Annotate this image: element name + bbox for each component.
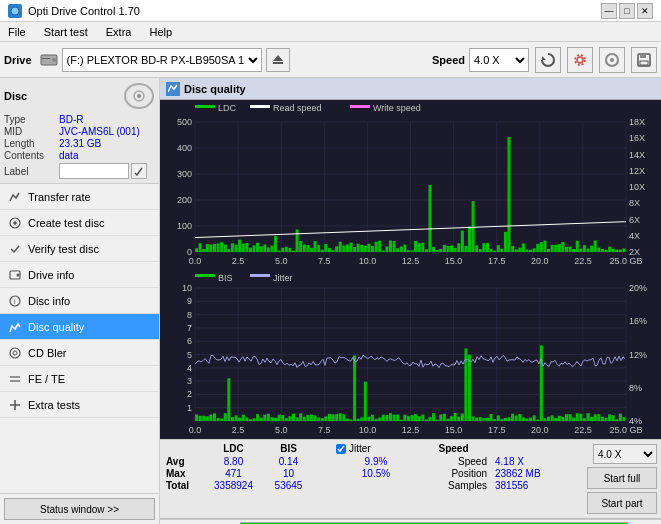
stat-jitter-avg: 9.9%: [336, 456, 416, 467]
settings-button[interactable]: [567, 47, 593, 73]
sidebar-item-verify-test-disc[interactable]: Verify test disc: [0, 236, 159, 262]
stat-samples-val: 381556: [491, 480, 571, 491]
disc-length-row: Length 23.31 GB: [4, 138, 155, 149]
speed-label: Speed: [432, 54, 465, 66]
samples-label: Samples: [416, 480, 491, 491]
sidebar-item-transfer-rate[interactable]: Transfer rate: [0, 184, 159, 210]
toolbar: Drive (F:) PLEXTOR BD-R PX-LB950SA 1.06 …: [0, 42, 661, 78]
transfer-rate-icon: [8, 190, 22, 204]
speed-select[interactable]: 4.0 X: [469, 48, 529, 72]
save-button[interactable]: [631, 47, 657, 73]
create-disc-icon: [8, 216, 22, 230]
disc-length-val: 23.31 GB: [59, 138, 101, 149]
sidebar-item-cd-bler[interactable]: CD Bler: [0, 340, 159, 366]
svg-point-0: [11, 7, 19, 15]
svg-point-2: [52, 58, 56, 62]
svg-text:i: i: [14, 298, 16, 305]
verify-icon: [8, 242, 22, 256]
title-bar-controls[interactable]: — □ ✕: [601, 3, 653, 19]
disc-panel: Disc Type BD-R MID JVC-AMS6L (001) Lengt…: [0, 78, 159, 184]
empty-cell2: [316, 468, 336, 479]
sidebar-item-disc-info[interactable]: i Disc info: [0, 288, 159, 314]
stat-position-val: 23862 MB: [491, 468, 571, 479]
gear-icon: [572, 52, 588, 68]
stats-table: LDC BIS Jitter Speed Avg 8.80 0.14: [160, 440, 583, 518]
empty-jitter-total: [336, 480, 416, 491]
svg-rect-5: [273, 62, 283, 64]
eject-button[interactable]: [266, 48, 290, 72]
save-icon: [636, 52, 652, 68]
bottom-status-bar: Tests completed 33:12: [160, 519, 661, 524]
svg-point-10: [610, 58, 614, 62]
disc-header: Disc: [4, 82, 155, 110]
app-title: Opti Drive Control 1.70: [28, 5, 140, 17]
edit-icon: [134, 166, 144, 176]
stat-ldc-avg: 8.80: [206, 456, 261, 467]
menu-help[interactable]: Help: [145, 25, 176, 39]
disc-label-input[interactable]: [59, 163, 129, 179]
sidebar-item-create-test-disc[interactable]: Create test disc: [0, 210, 159, 236]
fe-te-icon: [8, 372, 22, 386]
menu-bar: File Start test Extra Help: [0, 22, 661, 42]
disc-contents-row: Contents data: [4, 150, 155, 161]
right-controls: 4.0 X Start full Start part: [583, 440, 661, 518]
top-chart-canvas: [160, 100, 661, 270]
minimize-button[interactable]: —: [601, 3, 617, 19]
title-bar-left: Opti Drive Control 1.70: [8, 4, 140, 18]
app-icon: [8, 4, 22, 18]
close-button[interactable]: ✕: [637, 3, 653, 19]
chart-bottom: [160, 270, 661, 439]
svg-point-16: [137, 94, 141, 98]
jitter-check-cell: Jitter: [336, 443, 416, 454]
sidebar-item-extra-tests[interactable]: Extra tests: [0, 392, 159, 418]
disc-length-key: Length: [4, 138, 59, 149]
refresh-button[interactable]: [535, 47, 561, 73]
drive-selector-area: (F:) PLEXTOR BD-R PX-LB950SA 1.06: [40, 48, 420, 72]
disc-icon: [604, 52, 620, 68]
empty-cell1: [316, 456, 336, 467]
charts-area: [160, 100, 661, 439]
stat-ldc-max: 471: [206, 468, 261, 479]
disc-button[interactable]: [599, 47, 625, 73]
stat-empty-header: [166, 443, 206, 454]
stat-ldc-header: LDC: [206, 443, 261, 454]
sidebar-item-fe-te[interactable]: FE / TE: [0, 366, 159, 392]
svg-marker-6: [542, 56, 546, 60]
status-window-button[interactable]: Status window >>: [4, 498, 155, 520]
stat-speed-header: Speed: [416, 443, 491, 454]
svg-point-21: [17, 273, 20, 276]
disc-contents-key: Contents: [4, 150, 59, 161]
total-label: Total: [166, 480, 206, 491]
status-bar-area: Status window >>: [0, 493, 159, 524]
disc-contents-val: data: [59, 150, 78, 161]
sidebar-item-drive-info[interactable]: Drive info: [0, 262, 159, 288]
disc-type-key: Type: [4, 114, 59, 125]
content-area: Disc quality LDC BIS: [160, 78, 661, 524]
chart-header-icon: [166, 82, 180, 96]
disc-mid-val: JVC-AMS6L (001): [59, 126, 140, 137]
drive-label: Drive: [4, 54, 32, 66]
svg-rect-12: [640, 54, 646, 58]
start-full-button[interactable]: Start full: [587, 467, 657, 489]
maximize-button[interactable]: □: [619, 3, 635, 19]
position-label: Position: [416, 468, 491, 479]
menu-file[interactable]: File: [4, 25, 30, 39]
start-part-button[interactable]: Start part: [587, 492, 657, 514]
disc-mid-row: MID JVC-AMS6L (001): [4, 126, 155, 137]
drive-select[interactable]: (F:) PLEXTOR BD-R PX-LB950SA 1.06: [62, 48, 262, 72]
avg-label: Avg: [166, 456, 206, 467]
jitter-label: Jitter: [349, 443, 371, 454]
stat-empty-header2: [491, 443, 571, 454]
menu-start-test[interactable]: Start test: [40, 25, 92, 39]
disc-label-edit-button[interactable]: [131, 163, 147, 179]
disc-label-key: Label: [4, 166, 59, 177]
menu-extra[interactable]: Extra: [102, 25, 136, 39]
disc-type-row: Type BD-R: [4, 114, 155, 125]
disc-graphic: [123, 82, 155, 110]
stat-bis-max: 10: [261, 468, 316, 479]
jitter-checkbox[interactable]: [336, 444, 346, 454]
sidebar-item-disc-quality[interactable]: Disc quality: [0, 314, 159, 340]
extra-tests-icon: [8, 398, 22, 412]
speed-select-stats[interactable]: 4.0 X: [593, 444, 657, 464]
nav-items: Transfer rate Create test disc Verify te…: [0, 184, 159, 418]
